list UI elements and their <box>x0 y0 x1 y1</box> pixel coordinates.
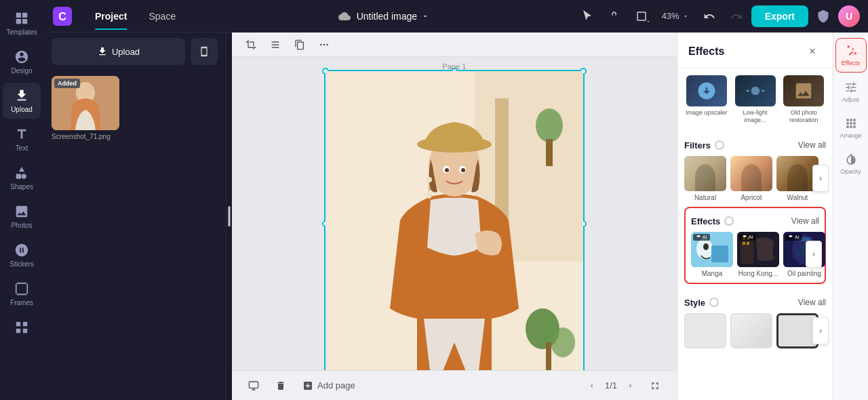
svg-point-29 <box>551 327 575 357</box>
effects-section-highlighted: Effects View all AI <box>684 207 826 284</box>
export-btn[interactable]: Export <box>751 5 808 27</box>
app-logo[interactable]: C <box>52 5 73 27</box>
right-tool-effects[interactable]: Effects <box>835 38 867 73</box>
effects-wand-icon <box>844 44 858 58</box>
upload-device-btn[interactable] <box>191 38 218 65</box>
prev-page-btn[interactable] <box>583 378 599 394</box>
sidebar-item-frames[interactable]: Frames <box>3 276 41 312</box>
main-image-svg <box>326 71 583 370</box>
user-avatar[interactable]: U <box>838 5 860 27</box>
copy-btn[interactable] <box>289 34 311 56</box>
close-effects-btn[interactable]: × <box>803 42 822 61</box>
style-cards-row: › <box>684 313 826 348</box>
photos-icon <box>14 204 29 219</box>
effects-cards-row: AI Manga <box>691 232 819 277</box>
svg-point-12 <box>320 43 322 45</box>
header-tabs: Project Space <box>84 8 186 24</box>
cloud-save-icon[interactable] <box>332 4 357 28</box>
shield-icon <box>816 9 830 23</box>
sidebar-item-shapes[interactable]: Shapes <box>3 160 41 196</box>
ai-tool-old-photo[interactable]: Old photo restoration <box>781 75 826 124</box>
filters-view-all[interactable]: View all <box>798 140 826 150</box>
next-page-btn[interactable] <box>623 378 639 394</box>
templates-icon <box>14 11 29 26</box>
sidebar-item-design[interactable]: Design <box>3 44 41 80</box>
style-next-arrow[interactable]: › <box>812 317 829 344</box>
zoom-control[interactable]: 43% <box>656 8 694 24</box>
effects-section-title: Effects <box>691 216 734 226</box>
uploaded-file[interactable]: Added Screenshot_71.png <box>52 76 119 140</box>
file-thumbnail: Added <box>52 76 119 130</box>
crop-btn[interactable] <box>240 34 262 56</box>
effect-manga[interactable]: AI Manga <box>691 232 733 277</box>
redo-btn[interactable] <box>724 4 749 28</box>
filters-circle-icon <box>715 140 724 150</box>
ai-tool-low-light[interactable]: Low-light image... <box>733 75 778 124</box>
tab-space[interactable]: Space <box>138 8 186 24</box>
more-options-btn[interactable] <box>313 34 335 56</box>
svg-point-26 <box>427 177 432 182</box>
filters-title: Filters <box>684 140 724 151</box>
canva-logo-icon: C <box>53 7 72 26</box>
filter-apricot[interactable]: Apricot <box>730 156 772 201</box>
style-title: Style <box>684 298 719 308</box>
right-panel: Effects Adjust Arrange Opa <box>833 33 868 400</box>
canvas-workspace[interactable]: Page 1 <box>232 57 677 370</box>
upload-main-btn[interactable]: Upload <box>52 38 185 65</box>
sidebar-item-text[interactable]: Text <box>3 121 41 157</box>
frames-icon <box>14 281 29 296</box>
upload-btn-row: Upload <box>43 33 226 71</box>
sidebar-item-templates[interactable]: Templates <box>3 5 41 41</box>
svg-rect-41 <box>747 242 749 245</box>
style-view-all[interactable]: View all <box>798 298 826 307</box>
document-title[interactable]: Untitled image <box>357 11 430 22</box>
svg-point-18 <box>536 108 563 142</box>
undo-btn[interactable] <box>697 4 722 28</box>
canvas-area: Page 1 <box>232 33 677 400</box>
effects-view-all[interactable]: View all <box>791 216 819 226</box>
effects-header: Effects × <box>677 33 833 68</box>
delete-btn[interactable] <box>270 375 292 397</box>
resize-handle[interactable] <box>226 33 232 400</box>
svg-rect-5 <box>23 322 27 326</box>
page-settings-btn[interactable] <box>243 375 264 397</box>
header-tools: 43% Export <box>575 4 860 28</box>
ai-tool-image-upscaler[interactable]: Image upscaler <box>684 75 729 124</box>
effects-title: Effects <box>688 45 724 58</box>
effect-hong-kong[interactable]: AI <box>737 232 779 277</box>
align-btn[interactable] <box>264 34 286 56</box>
fullscreen-btn[interactable] <box>644 375 666 397</box>
frame-tool-btn[interactable] <box>629 4 654 28</box>
sidebar-item-photos[interactable]: Photos <box>3 199 41 235</box>
top-header: C Project Space Untitled image <box>43 0 868 33</box>
upload-arrow-icon <box>97 46 108 57</box>
effects-body: Image upscaler Low-light image... <box>677 68 833 400</box>
hand-tool-btn[interactable] <box>602 4 627 28</box>
right-tool-opacity[interactable]: Opacity <box>835 147 867 180</box>
left-sidebar: Templates Design Upload Text Shapes Phot… <box>0 0 43 400</box>
effects-next-arrow[interactable]: › <box>806 241 822 268</box>
filters-section-header: Filters View all <box>684 140 826 151</box>
cursor-tool-btn[interactable] <box>575 4 599 28</box>
svg-rect-4 <box>16 322 20 326</box>
adjust-sliders-icon <box>844 81 858 94</box>
filter-natural[interactable]: Natural <box>684 156 726 201</box>
style-plain[interactable] <box>684 313 726 348</box>
right-tool-arrange[interactable]: Arrange <box>835 111 867 144</box>
svg-rect-30 <box>546 342 551 370</box>
svg-text:C: C <box>58 11 66 22</box>
right-tool-adjust[interactable]: Adjust <box>835 75 867 108</box>
filters-next-arrow[interactable]: › <box>812 165 829 192</box>
shield-icon-btn[interactable] <box>811 4 835 28</box>
style-light[interactable] <box>730 313 772 348</box>
svg-point-24 <box>445 168 449 172</box>
tab-project[interactable]: Project <box>84 8 138 24</box>
svg-point-14 <box>326 43 328 45</box>
sidebar-item-upload[interactable]: Upload <box>3 83 41 119</box>
sidebar-item-more[interactable] <box>3 315 41 340</box>
sidebar-item-stickers[interactable]: Stickers <box>3 237 41 273</box>
canvas-image-container[interactable] <box>324 70 585 370</box>
add-page-btn[interactable]: Add page <box>297 378 361 394</box>
canvas-bottom-bar: Add page 1/1 <box>232 370 677 400</box>
upload-panel: Upload <box>43 33 226 400</box>
